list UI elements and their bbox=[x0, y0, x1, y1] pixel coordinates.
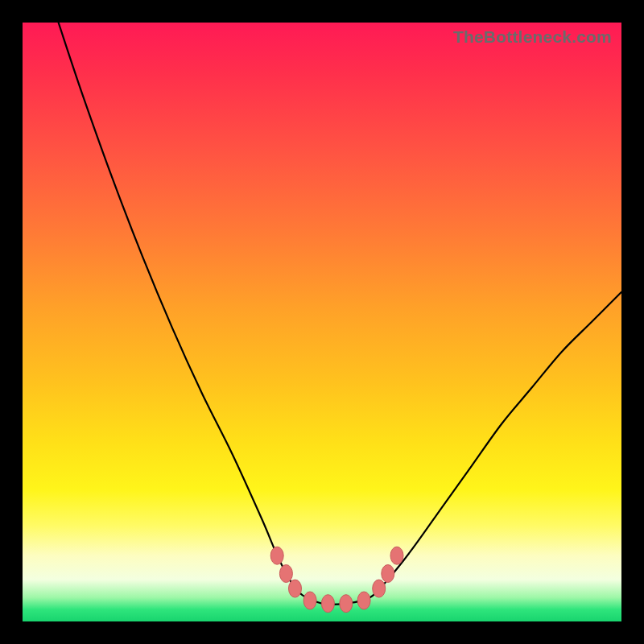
curve-marker bbox=[357, 592, 370, 609]
curve-path bbox=[59, 23, 621, 605]
marker-group bbox=[270, 547, 403, 613]
bottleneck-curve bbox=[23, 23, 621, 621]
curve-marker bbox=[270, 547, 283, 564]
curve-marker bbox=[390, 547, 403, 564]
curve-marker bbox=[279, 565, 292, 583]
curve-marker bbox=[303, 592, 316, 609]
curve-marker bbox=[373, 580, 386, 597]
curve-marker bbox=[382, 565, 394, 583]
curve-marker bbox=[289, 580, 302, 597]
chart-frame: TheBottleneck.com bbox=[0, 0, 644, 644]
curve-marker bbox=[321, 595, 334, 613]
plot-area: TheBottleneck.com bbox=[23, 23, 621, 621]
curve-marker bbox=[340, 595, 353, 613]
